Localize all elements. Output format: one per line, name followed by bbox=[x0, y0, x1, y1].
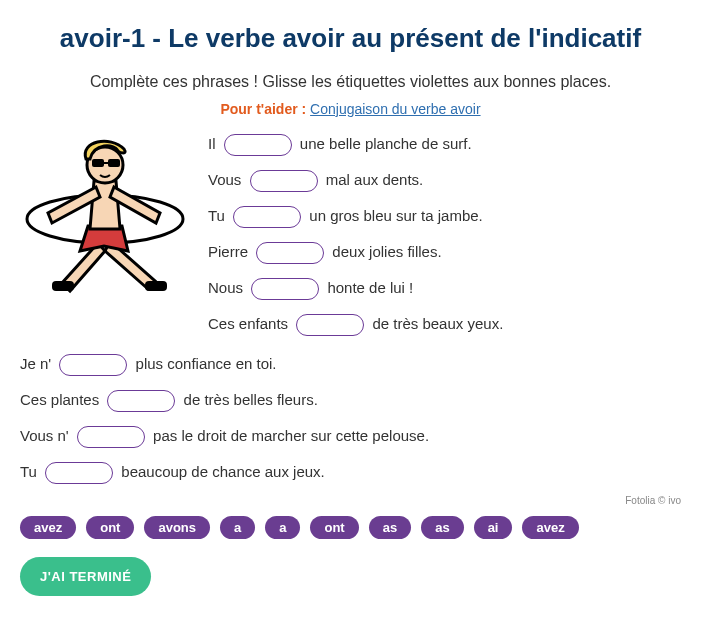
sentence: Il une belle planche de surf. bbox=[208, 131, 681, 157]
sentence-before: Nous bbox=[208, 279, 243, 296]
chip[interactable]: as bbox=[421, 516, 463, 539]
sentence: Pierre deux jolies filles. bbox=[208, 239, 681, 265]
sentence-before: Vous bbox=[208, 171, 241, 188]
sentence-after: mal aux dents. bbox=[326, 171, 424, 188]
chip[interactable]: as bbox=[369, 516, 411, 539]
drop-slot[interactable] bbox=[233, 206, 301, 228]
instruction-text: Complète ces phrases ! Glisse les étique… bbox=[20, 73, 681, 91]
sentence-before: Vous n' bbox=[20, 427, 69, 444]
drop-slot[interactable] bbox=[45, 462, 113, 484]
chip[interactable]: ai bbox=[474, 516, 513, 539]
sentences-full-width: Je n' plus confiance en toi.Ces plantes … bbox=[20, 351, 681, 485]
chip[interactable]: ont bbox=[310, 516, 358, 539]
svg-rect-4 bbox=[92, 159, 104, 167]
sentence: Vous n' pas le droit de marcher sur cett… bbox=[20, 423, 681, 449]
svg-rect-1 bbox=[145, 281, 167, 291]
image-credit: Fotolia © ivo bbox=[20, 495, 681, 506]
page-title: avoir-1 - Le verbe avoir au présent de l… bbox=[20, 22, 681, 55]
drop-slot[interactable] bbox=[77, 426, 145, 448]
drop-slot[interactable] bbox=[107, 390, 175, 412]
chip[interactable]: a bbox=[265, 516, 300, 539]
sentence: Vous mal aux dents. bbox=[208, 167, 681, 193]
sentence: Je n' plus confiance en toi. bbox=[20, 351, 681, 377]
sentence-before: Ces plantes bbox=[20, 391, 99, 408]
sentence-before: Pierre bbox=[208, 243, 248, 260]
sentence-before: Ces enfants bbox=[208, 315, 288, 332]
sentence-after: de très belles fleurs. bbox=[184, 391, 318, 408]
chip[interactable]: avons bbox=[144, 516, 210, 539]
sentence-after: deux jolies filles. bbox=[332, 243, 441, 260]
surfer-icon bbox=[20, 131, 190, 301]
sentence: Ces plantes de très belles fleurs. bbox=[20, 387, 681, 413]
sentence: Ces enfants de très beaux yeux. bbox=[208, 311, 681, 337]
drop-slot[interactable] bbox=[250, 170, 318, 192]
chip[interactable]: avez bbox=[522, 516, 578, 539]
help-link[interactable]: Conjugaison du verbe avoir bbox=[310, 101, 480, 117]
sentence-after: une belle planche de surf. bbox=[300, 135, 472, 152]
chip[interactable]: ont bbox=[86, 516, 134, 539]
sentence-before: Tu bbox=[20, 463, 37, 480]
sentences-beside-image: Il une belle planche de surf.Vous mal au… bbox=[208, 131, 681, 347]
sentence-before: Tu bbox=[208, 207, 225, 224]
sentence-after: beaucoup de chance aux jeux. bbox=[121, 463, 325, 480]
sentence-after: honte de lui ! bbox=[327, 279, 413, 296]
sentence: Tu un gros bleu sur ta jambe. bbox=[208, 203, 681, 229]
drop-slot[interactable] bbox=[59, 354, 127, 376]
sentence-after: un gros bleu sur ta jambe. bbox=[309, 207, 482, 224]
drop-slot[interactable] bbox=[224, 134, 292, 156]
sentence: Tu beaucoup de chance aux jeux. bbox=[20, 459, 681, 485]
sentence-after: plus confiance en toi. bbox=[136, 355, 277, 372]
done-button[interactable]: J'AI TERMINÉ bbox=[20, 557, 151, 596]
chip[interactable]: avez bbox=[20, 516, 76, 539]
drop-slot[interactable] bbox=[251, 278, 319, 300]
sentence-before: Il bbox=[208, 135, 216, 152]
chip[interactable]: a bbox=[220, 516, 255, 539]
chip-tray: avezontavonsaaontasasaiavez bbox=[20, 516, 681, 539]
help-label: Pour t'aider : bbox=[220, 101, 306, 117]
exercise-area: Il une belle planche de surf.Vous mal au… bbox=[20, 131, 681, 347]
sentence: Nous honte de lui ! bbox=[208, 275, 681, 301]
sentence-after: pas le droit de marcher sur cette pelous… bbox=[153, 427, 429, 444]
svg-rect-2 bbox=[52, 281, 74, 291]
drop-slot[interactable] bbox=[256, 242, 324, 264]
surfer-illustration bbox=[20, 131, 190, 304]
sentence-after: de très beaux yeux. bbox=[372, 315, 503, 332]
svg-rect-5 bbox=[108, 159, 120, 167]
help-line: Pour t'aider : Conjugaison du verbe avoi… bbox=[20, 101, 681, 117]
sentence-before: Je n' bbox=[20, 355, 51, 372]
drop-slot[interactable] bbox=[296, 314, 364, 336]
